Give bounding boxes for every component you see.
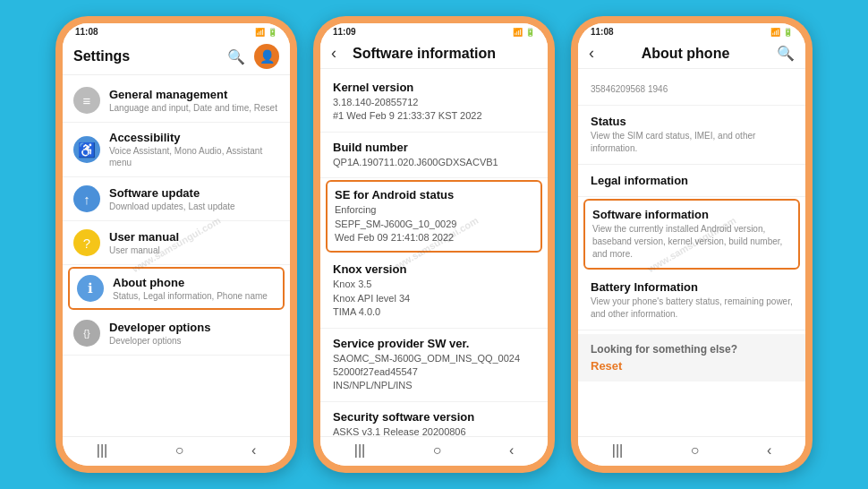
developer-icon: {} — [73, 320, 100, 347]
user-manual-title: User manual — [109, 230, 179, 244]
general-title: General management — [109, 88, 277, 101]
status-title: Status — [591, 115, 793, 128]
search-icon-1[interactable]: 🔍 — [227, 48, 245, 65]
bottom-nav-1: ||| ○ ‹ — [63, 436, 290, 466]
kernel-version-item[interactable]: Kernel version 3.18.140-20855712#1 Wed F… — [320, 73, 548, 133]
search-icon-3[interactable]: 🔍 — [777, 45, 795, 62]
kernel-version-value: 3.18.140-20855712#1 Wed Feb 9 21:33:37 K… — [333, 96, 535, 124]
status-icons-1: 📶 🔋 — [255, 28, 277, 37]
status-subtitle: View the SIM card status, IMEI, and othe… — [591, 130, 793, 155]
recents-btn-2[interactable]: ||| — [354, 442, 365, 459]
looking-title: Looking for something else? — [591, 343, 793, 356]
recents-btn-3[interactable]: ||| — [612, 442, 623, 459]
back-btn-3[interactable]: ‹ — [767, 442, 771, 459]
bottom-nav-2: ||| ○ ‹ — [320, 436, 548, 466]
software-update-icon: ↑ — [73, 185, 100, 212]
reset-link[interactable]: Reset — [591, 359, 793, 373]
back-arrow-2[interactable]: ‹ — [331, 44, 336, 63]
developer-title: Developer options — [109, 321, 210, 334]
page-title-2: Software information — [353, 46, 496, 62]
status-bar-2: 11:09 📶 🔋 — [320, 23, 548, 39]
settings-item-software-update[interactable]: ↑ Software update Download updates, Last… — [63, 177, 290, 221]
build-number-item[interactable]: Build number QP1A.190711.020.J600GDXSACV… — [320, 133, 548, 178]
time-1: 11:08 — [75, 27, 98, 37]
battery-info-subtitle: View your phone's battery status, remain… — [591, 296, 793, 321]
settings-item-about-phone[interactable]: ℹ About phone Status, Legal information,… — [68, 267, 285, 310]
back-btn-1[interactable]: ‹ — [251, 442, 256, 459]
service-provider-value: SAOMC_SM-J600G_ODM_INS_QQ_002452000f27ea… — [333, 352, 535, 393]
phone-3: 11:08 📶 🔋 ‹ About phone 🔍 35846209568 19… — [571, 16, 813, 473]
settings-item-developer[interactable]: {} Developer options Developer options — [63, 312, 290, 356]
settings-item-general[interactable]: ≡ General management Language and input,… — [63, 79, 290, 123]
accessibility-subtitle: Voice Assistant, Mono Audio, Assistant m… — [109, 145, 279, 168]
general-subtitle: Language and input, Date and time, Reset — [109, 102, 277, 114]
time-2: 11:09 — [333, 27, 356, 37]
service-provider-item[interactable]: Service provider SW ver. SAOMC_SM-J600G_… — [320, 329, 548, 402]
se-android-value: EnforcingSEPF_SM-J600G_10_0029Wed Feb 09… — [335, 203, 533, 244]
general-icon: ≡ — [73, 87, 100, 114]
time-3: 11:08 — [591, 27, 614, 37]
back-btn-2[interactable]: ‹ — [509, 442, 514, 459]
knox-version-value: Knox 3.5Knox API level 34TIMA 4.0.0 — [333, 278, 535, 319]
about-phone-subtitle: Status, Legal information, Phone name — [113, 290, 268, 302]
software-info-subtitle: View the currently installed Android ver… — [592, 223, 791, 261]
about-phone-list: 35846209568 1946 Status View the SIM car… — [578, 69, 805, 436]
status-bar-1: 11:08 📶 🔋 — [63, 23, 290, 39]
user-manual-icon: ? — [73, 229, 100, 256]
phone-3-screen: 11:08 📶 🔋 ‹ About phone 🔍 35846209568 19… — [578, 23, 805, 466]
top-bar-1: Settings 🔍 👤 — [63, 39, 290, 75]
kernel-version-label: Kernel version — [333, 81, 535, 94]
knox-version-item[interactable]: Knox version Knox 3.5Knox API level 34TI… — [320, 254, 548, 328]
bottom-nav-3: ||| ○ ‹ — [578, 436, 805, 466]
about-phone-icon: ℹ — [77, 275, 104, 302]
recents-btn-1[interactable]: ||| — [97, 442, 107, 459]
build-number-value: QP1A.190711.020.J600GDXSACVB1 — [333, 156, 535, 169]
security-software-item[interactable]: Security software version ASKS v3.1 Rele… — [320, 402, 548, 436]
security-software-label: Security software version — [333, 410, 535, 424]
header-icons-1[interactable]: 🔍 👤 — [227, 44, 279, 69]
looking-section: Looking for something else? Reset — [578, 334, 805, 382]
se-android-status-item[interactable]: SE for Android status EnforcingSEPF_SM-J… — [326, 180, 542, 253]
settings-list-1: ≡ General management Language and input,… — [63, 75, 290, 436]
status-icons-2: 📶 🔋 — [513, 28, 535, 37]
home-btn-2[interactable]: ○ — [433, 442, 442, 459]
page-title-3: About phone — [642, 46, 730, 62]
device-id-value: 35846209568 1946 — [591, 83, 793, 96]
page-title-1: Settings — [73, 48, 130, 64]
about-phone-title: About phone — [113, 276, 268, 289]
legal-info-title: Legal information — [591, 174, 793, 187]
phone-2: 11:09 📶 🔋 ‹ Software information Kernel … — [313, 16, 555, 473]
phone-1: 11:08 📶 🔋 Settings 🔍 👤 ≡ General managem… — [55, 16, 297, 473]
security-software-value: ASKS v3.1 Release 20200806ADP v3.0 Relea… — [333, 425, 535, 436]
se-android-label: SE for Android status — [335, 188, 533, 202]
build-number-label: Build number — [333, 141, 535, 154]
software-info-title: Software information — [592, 208, 791, 221]
battery-info-item[interactable]: Battery Information View your phone's ba… — [578, 271, 805, 330]
accessibility-title: Accessibility — [109, 131, 279, 144]
status-item[interactable]: Status View the SIM card status, IMEI, a… — [578, 106, 805, 165]
top-bar-3: ‹ About phone 🔍 — [578, 39, 805, 69]
profile-icon-1[interactable]: 👤 — [254, 44, 279, 69]
top-bar-2: ‹ Software information — [320, 39, 548, 69]
user-manual-subtitle: User manual — [109, 244, 179, 256]
service-provider-label: Service provider SW ver. — [333, 337, 535, 350]
software-update-title: Software update — [109, 186, 235, 200]
status-bar-3: 11:08 📶 🔋 — [578, 23, 805, 39]
home-btn-1[interactable]: ○ — [175, 442, 184, 459]
knox-version-label: Knox version — [333, 262, 535, 276]
back-arrow-3[interactable]: ‹ — [589, 44, 594, 63]
accessibility-icon: ♿ — [73, 136, 100, 163]
software-update-subtitle: Download updates, Last update — [109, 201, 235, 212]
developer-subtitle: Developer options — [109, 335, 210, 347]
software-info-list: Kernel version 3.18.140-20855712#1 Wed F… — [320, 69, 548, 436]
legal-info-item[interactable]: Legal information — [578, 165, 805, 197]
software-info-item[interactable]: Software information View the currently … — [583, 199, 800, 270]
status-icons-3: 📶 🔋 — [770, 28, 793, 37]
phone-1-screen: 11:08 📶 🔋 Settings 🔍 👤 ≡ General managem… — [63, 23, 290, 466]
settings-item-user-manual[interactable]: ? User manual User manual — [63, 221, 290, 265]
phone-2-screen: 11:09 📶 🔋 ‹ Software information Kernel … — [320, 23, 548, 466]
device-id-item: 35846209568 1946 — [578, 73, 805, 106]
battery-info-title: Battery Information — [591, 280, 793, 294]
settings-item-accessibility[interactable]: ♿ Accessibility Voice Assistant, Mono Au… — [63, 123, 290, 177]
home-btn-3[interactable]: ○ — [691, 442, 700, 459]
